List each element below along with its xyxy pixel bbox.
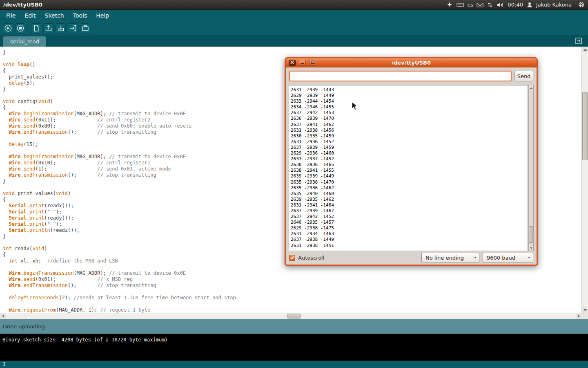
serial-output-scrollbar[interactable]: [528, 85, 534, 251]
menu-file[interactable]: File: [2, 10, 20, 21]
save-sketch-button[interactable]: [56, 23, 66, 34]
dialog-titlebar[interactable]: /dev/ttyUSB0: [286, 58, 537, 67]
scroll-left-arrow[interactable]: [0, 313, 6, 319]
open-sketch-button[interactable]: [43, 23, 53, 34]
tab-label: serial_read: [10, 38, 39, 45]
serial-output-line: 2635 -2938 -1470: [291, 180, 528, 185]
scroll-up-arrow[interactable]: [582, 47, 588, 52]
play-icon: [4, 24, 12, 32]
serial-output-line: 2630 -2935 -1459: [291, 133, 528, 139]
tab-serial-read[interactable]: serial_read: [3, 36, 46, 47]
new-sketch-button[interactable]: [31, 23, 41, 34]
console-output: Binary sketch size: 4208 bytes (of a 307…: [0, 334, 588, 361]
send-row: Send: [289, 71, 533, 81]
autoscroll-checkbox[interactable]: [289, 255, 295, 261]
menu-sketch[interactable]: Sketch: [40, 10, 69, 21]
vertical-scroll-thumb[interactable]: [582, 92, 588, 160]
serial-output-line: 2638 -2941 -1455: [291, 168, 528, 173]
tab-bar: serial_read: [0, 35, 588, 47]
serial-input[interactable]: [289, 71, 512, 81]
user-icon: [527, 2, 532, 8]
editor-horizontal-scrollbar[interactable]: [0, 313, 581, 319]
scroll-down-arrow[interactable]: [529, 246, 533, 251]
serial-output-line: 2629 -2936 -1460: [291, 150, 528, 156]
status-message: Done uploading.: [3, 323, 47, 330]
serial-output-line: 2631 -2938 -1451: [291, 243, 528, 249]
serial-output-line: 2637 -2939 -1459: [291, 145, 528, 150]
screen: /dev/ttyUSB0 cs 00:40 Jakub Kakona FileE…: [0, 0, 588, 368]
serial-output-line: 2636 -2939 -1470: [291, 116, 528, 121]
scroll-down-arrow[interactable]: [582, 307, 588, 313]
console-text: Binary sketch size: 4208 bytes (of a 307…: [2, 337, 168, 343]
menu-tools[interactable]: Tools: [69, 10, 92, 21]
gear-icon[interactable]: [578, 1, 585, 8]
tab-menu-button[interactable]: [575, 37, 583, 45]
menubar: FileEditSketchToolsHelp: [0, 10, 588, 21]
close-button[interactable]: [289, 60, 296, 66]
toolbar: [0, 21, 588, 35]
autoscroll-label: Autoscroll: [298, 255, 324, 261]
keyboard-icon[interactable]: [457, 2, 464, 8]
menu-edit[interactable]: Edit: [20, 10, 40, 21]
send-button[interactable]: Send: [514, 71, 533, 81]
minimize-button[interactable]: [299, 60, 306, 66]
scrollbar-corner: [581, 313, 588, 319]
menu-help[interactable]: Help: [91, 10, 114, 21]
serial-output-line: 2635 -2936 -1462: [291, 185, 528, 191]
serial-output-line: 2631 -2938 -1456: [291, 128, 528, 133]
scroll-up-arrow[interactable]: [529, 85, 533, 90]
chevron-down-icon: [471, 253, 479, 263]
dialog-bottom-bar: Autoscroll No line ending 9600 baud: [288, 251, 534, 264]
scroll-thumb[interactable]: [529, 226, 533, 243]
serial-output-line: 2633 -2944 -1454: [291, 99, 528, 104]
scroll-track[interactable]: [529, 90, 533, 246]
checkmark-icon: [290, 256, 294, 260]
serial-output-line: 2639 -2935 -1462: [291, 197, 528, 202]
serial-output-line: 2631 -2941 -1464: [291, 202, 528, 208]
clock[interactable]: 00:40: [508, 2, 523, 8]
horizontal-scroll-thumb[interactable]: [287, 314, 301, 319]
volume-icon[interactable]: [497, 2, 504, 8]
serial-output-line: 2631 -2939 -1443: [291, 87, 528, 93]
scroll-right-arrow[interactable]: [576, 313, 581, 319]
serial-monitor-icon: [81, 24, 89, 32]
upload-icon: [69, 24, 77, 32]
serial-monitor-button[interactable]: [80, 23, 90, 34]
username-label[interactable]: Jakub Kakona: [536, 2, 572, 8]
baud-rate-dropdown[interactable]: 9600 baud: [483, 253, 533, 263]
code-line: Wire.endTransmission(); // stop transmit…: [3, 283, 581, 289]
stop-button[interactable]: [15, 23, 25, 34]
keyboard-layout-label[interactable]: cs: [468, 2, 473, 8]
sync-arrows-icon[interactable]: [487, 2, 493, 8]
save-icon: [57, 24, 65, 32]
code-line: [3, 289, 581, 295]
baud-rate-value: 9600 baud: [483, 255, 525, 261]
line-ending-dropdown[interactable]: No line ending: [421, 253, 479, 263]
serial-monitor-window: /dev/ttyUSB0 Send 2631 -2939 -14432629 -…: [285, 57, 538, 266]
serial-output-line: 2631 -2934 -1463: [291, 231, 528, 237]
code-line: }: [3, 49, 581, 56]
window-controls: [289, 60, 316, 66]
editor-vertical-scrollbar[interactable]: [581, 47, 588, 313]
verify-button[interactable]: [3, 23, 13, 34]
maximize-button[interactable]: [309, 60, 316, 66]
line-ending-value: No line ending: [422, 255, 471, 261]
new-file-icon: [32, 24, 40, 32]
serial-output-line: 2635 -2940 -1460: [291, 191, 528, 197]
serial-output-line: 2637 -2941 -1462: [291, 122, 528, 128]
ubuntu-top-panel: /dev/ttyUSB0 cs 00:40 Jakub Kakona: [0, 0, 588, 10]
minimize-icon: [300, 59, 305, 67]
code-line: Wire.requestFrom(MAG_ADDR, 1); // reques…: [3, 307, 581, 313]
serial-output[interactable]: 2631 -2939 -14432629 -2939 -14492633 -29…: [289, 85, 528, 251]
code-line: Wire.send(0x01); // x MSB reg: [3, 276, 581, 283]
serial-output-line: 2637 -2942 -1452: [291, 214, 528, 220]
code-line: Wire.beginTransmission(MAG_ADDR); // tra…: [3, 270, 581, 276]
serial-output-line: 2631 -2936 -1452: [291, 139, 528, 145]
open-icon: [45, 24, 53, 32]
stop-icon: [16, 24, 24, 32]
mail-icon[interactable]: [477, 2, 483, 8]
close-icon: [290, 59, 295, 67]
upload-button[interactable]: [68, 23, 78, 34]
indicator-star-icon[interactable]: [446, 2, 453, 8]
line-number-strip: 1: [0, 361, 588, 368]
